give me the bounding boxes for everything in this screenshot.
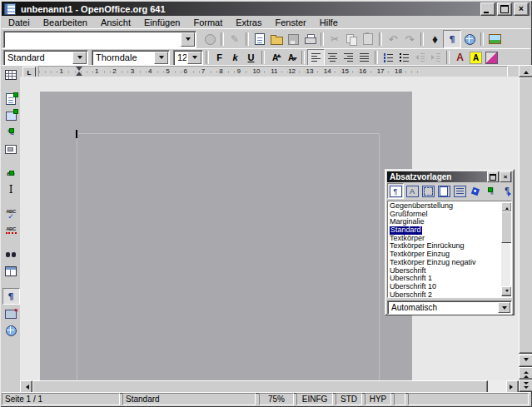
redo-button[interactable]: ↷ bbox=[401, 31, 418, 47]
vertical-scroll-track[interactable] bbox=[519, 77, 532, 355]
next-page-button[interactable] bbox=[519, 380, 532, 392]
scroll-up-button[interactable] bbox=[519, 65, 532, 77]
insert-objects-button[interactable] bbox=[3, 108, 19, 123]
decrease-font-button[interactable]: A bbox=[283, 50, 299, 65]
italic-button[interactable]: k bbox=[227, 50, 243, 65]
status-style[interactable]: Standard bbox=[122, 393, 256, 405]
menu-fenster[interactable]: Fenster bbox=[268, 17, 312, 28]
decrease-indent-button[interactable] bbox=[412, 50, 428, 65]
increase-font-button[interactable]: A bbox=[267, 50, 283, 65]
menu-einfgen[interactable]: Einfügen bbox=[137, 17, 186, 28]
new-document-button[interactable] bbox=[251, 31, 268, 47]
stylist-dock-button[interactable] bbox=[487, 171, 499, 182]
form-functions-button[interactable] bbox=[3, 141, 19, 156]
nonprinting-chars-button[interactable]: ¶ bbox=[2, 288, 20, 305]
style-item-9[interactable]: Überschrift 1 bbox=[390, 275, 500, 283]
scroll-down-button[interactable] bbox=[519, 355, 532, 367]
data-sources-button[interactable] bbox=[3, 264, 19, 279]
horizontal-scroll-track[interactable] bbox=[32, 380, 506, 392]
frame-styles-button[interactable] bbox=[420, 184, 435, 198]
update-style-button[interactable]: ¶ bbox=[500, 184, 515, 198]
style-item-11[interactable]: Überschrift 2 bbox=[390, 291, 500, 298]
autotext-button[interactable]: ab bbox=[3, 166, 19, 181]
new-style-button[interactable]: ¶ bbox=[484, 184, 499, 198]
style-item-8[interactable]: Überschrift bbox=[390, 267, 500, 275]
menu-ansicht[interactable]: Ansicht bbox=[94, 17, 137, 28]
menu-datei[interactable]: Datei bbox=[2, 17, 37, 28]
horizontal-scrollbar[interactable] bbox=[20, 380, 519, 392]
style-item-0[interactable]: Gegenüberstellung bbox=[390, 202, 500, 211]
vertical-scrollbar[interactable] bbox=[519, 65, 532, 392]
draw-functions-button[interactable]: ✎ bbox=[3, 125, 19, 140]
style-item-3[interactable]: Standard bbox=[390, 226, 422, 235]
style-item-6[interactable]: Textkörper Einzug bbox=[390, 251, 500, 259]
insert-fields-button[interactable] bbox=[3, 92, 19, 107]
page-styles-button[interactable] bbox=[436, 184, 451, 198]
style-item-5[interactable]: Textkörper Einrückung bbox=[390, 242, 500, 251]
menu-bearbeiten[interactable]: Bearbeiten bbox=[37, 17, 94, 28]
save-button[interactable] bbox=[285, 31, 301, 47]
numbering-styles-button[interactable] bbox=[452, 184, 467, 198]
bullet-list-button[interactable] bbox=[396, 50, 412, 65]
menu-hilfe[interactable]: Hilfe bbox=[313, 17, 345, 28]
character-styles-button[interactable]: A bbox=[405, 184, 420, 198]
highlight-button[interactable]: A bbox=[468, 50, 484, 65]
style-list-scrollbar[interactable] bbox=[501, 202, 510, 296]
menu-extras[interactable]: Extras bbox=[229, 17, 268, 28]
status-selection-mode[interactable]: STD bbox=[336, 393, 362, 405]
minimize-button[interactable] bbox=[480, 2, 495, 16]
print-button[interactable] bbox=[301, 31, 318, 47]
style-filter-combobox[interactable]: Automatisch bbox=[387, 300, 512, 315]
close-button[interactable]: × bbox=[514, 2, 529, 16]
first-line-indent-marker[interactable] bbox=[76, 67, 82, 71]
paragraph-background-button[interactable] bbox=[484, 50, 500, 65]
underline-button[interactable]: U bbox=[243, 50, 259, 65]
paragraph-style-combobox[interactable]: Standard bbox=[3, 50, 88, 66]
find-button[interactable] bbox=[3, 247, 19, 262]
app-icon[interactable] bbox=[4, 3, 16, 15]
fill-format-button[interactable] bbox=[468, 184, 483, 198]
size-dropdown-button[interactable] bbox=[187, 52, 201, 64]
document-page[interactable] bbox=[40, 92, 412, 380]
style-dropdown-button[interactable] bbox=[72, 52, 87, 64]
paste-button[interactable] bbox=[360, 31, 376, 47]
style-item-10[interactable]: Überschrift 10 bbox=[390, 283, 500, 291]
hyperlink-button[interactable] bbox=[461, 31, 478, 47]
filter-dropdown-button[interactable] bbox=[498, 302, 510, 313]
increase-indent-button[interactable] bbox=[428, 50, 444, 65]
list-scroll-down-button[interactable] bbox=[501, 286, 512, 296]
edit-file-button[interactable]: ✎ bbox=[226, 31, 243, 47]
font-size-combobox[interactable]: 12 bbox=[173, 50, 203, 66]
style-item-7[interactable]: Textkörper Einzug negativ bbox=[390, 259, 500, 267]
list-scroll-thumb[interactable] bbox=[501, 211, 512, 243]
previous-page-button[interactable] bbox=[519, 367, 532, 380]
stylist-button[interactable]: ¶ bbox=[443, 30, 461, 48]
vertical-scroll-thumb[interactable] bbox=[519, 77, 532, 354]
gallery-button[interactable] bbox=[486, 31, 503, 47]
style-item-4[interactable]: Textkörper bbox=[390, 235, 500, 243]
url-dropdown-button[interactable] bbox=[181, 32, 195, 47]
stop-button[interactable] bbox=[201, 31, 218, 47]
url-combobox[interactable] bbox=[3, 31, 196, 48]
stylist-close-button[interactable]: × bbox=[500, 171, 511, 182]
menu-format[interactable]: Format bbox=[186, 17, 229, 28]
numbered-list-button[interactable] bbox=[380, 50, 396, 65]
status-insert-mode[interactable]: EINFG bbox=[296, 393, 333, 405]
align-justify-button[interactable] bbox=[356, 50, 372, 65]
left-indent-marker[interactable] bbox=[76, 72, 82, 76]
bold-button[interactable]: F bbox=[211, 50, 227, 65]
stylist-title-bar[interactable]: Absatzvorlagen × bbox=[387, 171, 512, 182]
align-right-button[interactable] bbox=[341, 50, 356, 65]
autospellcheck-button[interactable]: ABC bbox=[3, 223, 19, 238]
online-layout-button[interactable] bbox=[3, 323, 19, 338]
font-name-combobox[interactable]: Thorndale bbox=[92, 50, 170, 66]
insert-button[interactable] bbox=[3, 67, 19, 82]
open-button[interactable] bbox=[268, 31, 285, 47]
style-item-2[interactable]: Marginalie bbox=[390, 218, 500, 226]
spellcheck-button[interactable]: ABC ✓ bbox=[3, 206, 19, 221]
stylist-window[interactable]: Absatzvorlagen × ¶ A ¶ ¶ Gegenüberstellu… bbox=[385, 169, 515, 315]
direct-cursor-button[interactable]: I bbox=[3, 182, 19, 197]
cut-button[interactable]: ✂ bbox=[326, 31, 343, 47]
status-hyperlink-mode[interactable]: HYP bbox=[365, 393, 391, 405]
align-left-button[interactable] bbox=[307, 49, 325, 66]
